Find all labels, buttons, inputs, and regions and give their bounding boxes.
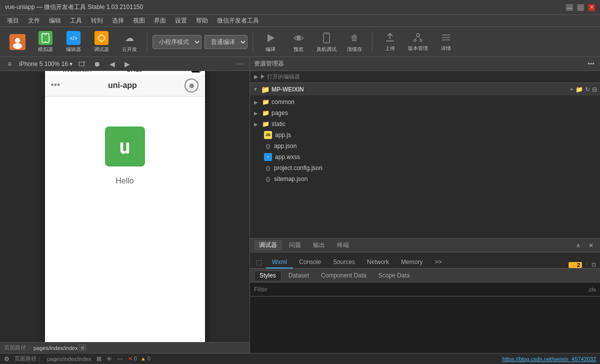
compile-label: 编译 (266, 46, 276, 53)
details-label: 详情 (441, 45, 451, 52)
inspector-button[interactable]: ⬚ (254, 256, 264, 268)
menu-file[interactable]: 文件 (24, 16, 44, 26)
simulator-button[interactable]: 模拟器 (33, 28, 58, 56)
clear-cache-button[interactable]: 🗑 清缓存 (342, 28, 367, 56)
wxss-icon: ~ (264, 153, 272, 161)
file-appjson[interactable]: {} app.json (250, 140, 600, 152)
status-copy-button[interactable]: ⊞ (96, 356, 102, 362)
phone-more-btn[interactable]: ⋯ (234, 58, 246, 70)
debug-tab-debugger[interactable]: 调试器 (254, 240, 282, 250)
folder-common[interactable]: ▶ 📁 common (250, 96, 600, 108)
add-folder-button[interactable]: 📁 (576, 86, 583, 93)
add-file-button[interactable]: + (570, 86, 574, 93)
file-appwxss-label: app.wxss (275, 154, 300, 160)
devtools-extra: ▲ 2 ⋮ ⊡ (568, 262, 596, 268)
debugger-button[interactable]: 调试器 (89, 28, 114, 56)
record-button[interactable]: ⏺ (92, 58, 102, 70)
collapse-files-button[interactable]: ⊟ (592, 86, 597, 93)
file-sitemap[interactable]: {} sitemap.json (250, 174, 600, 184)
compile-button[interactable]: 编译 (258, 28, 283, 56)
inspector-area: Styles Dataset Component Data Scope Data… (250, 268, 600, 353)
menu-edit[interactable]: 编辑 (45, 16, 65, 26)
file-panel: 资源管理器 ••• ▶ ▶ 打开的编辑器 ▼ 📁 MP-WEIXIN + 📁 ↻… (250, 57, 600, 238)
close-button[interactable]: ✕ (588, 4, 595, 11)
file-projectconfig-label: project.config.json (274, 164, 322, 172)
close-debug-button[interactable]: ✕ (586, 240, 596, 250)
cls-button[interactable]: .cls (588, 286, 596, 292)
menu-goto[interactable]: 转到 (87, 16, 107, 26)
menu-interface[interactable]: 界面 (150, 16, 170, 26)
toolbar-separator-2 (252, 32, 253, 52)
cloud-button[interactable]: ☁ 云开发 (117, 28, 142, 56)
maximize-button[interactable]: □ (577, 4, 584, 11)
inspector-subtabs: Styles Dataset Component Data Scope Data (250, 268, 600, 282)
subtab-scope-data[interactable]: Scope Data (374, 271, 415, 280)
debug-tab-terminal[interactable]: 终端 (332, 240, 354, 250)
mode-select[interactable]: 小程序模式 (152, 35, 202, 49)
devtool-memory[interactable]: Memory (395, 256, 428, 268)
editor-label: 编辑器 (66, 46, 81, 53)
real-machine-button[interactable]: 真机调试 (314, 28, 339, 56)
folder-pages[interactable]: ▶ 📁 pages (250, 108, 600, 118)
menu-select[interactable]: 选择 (108, 16, 128, 26)
status-path-value: pages/index/index (47, 356, 92, 362)
subtab-component-data[interactable]: Component Data (316, 271, 372, 280)
file-sitemap-label: sitemap.json (274, 176, 308, 182)
menu-project[interactable]: 项目 (3, 16, 23, 26)
file-projectconfig[interactable]: {} project.config.json (250, 162, 600, 174)
devtool-more[interactable]: >> (428, 256, 448, 268)
subtab-styles[interactable]: Styles (254, 270, 282, 280)
copy-path-button[interactable]: ⊞ (79, 344, 86, 351)
file-appwxss[interactable]: ~ app.wxss (250, 152, 600, 162)
filter-input[interactable] (254, 286, 588, 293)
avatar-button[interactable] (5, 28, 30, 56)
menu-help[interactable]: 帮助 (192, 16, 212, 26)
menu-view[interactable]: 视图 (129, 16, 149, 26)
devtool-console[interactable]: Console (293, 256, 327, 268)
menu-wechat-devtools[interactable]: 微信开发者工具 (213, 16, 263, 26)
debug-panel: 调试器 问题 输出 终端 ∧ ✕ ⬚ Wxml Console Sources … (250, 238, 600, 353)
status-url[interactable]: https://blog.csdn.net/weixin_45742032 (502, 356, 596, 362)
devtool-sources[interactable]: Sources (327, 256, 361, 268)
sound-button[interactable]: ◀ (106, 58, 118, 70)
devtools-options-button[interactable]: ⋮ (584, 262, 590, 268)
status-settings-button[interactable]: ⚙ (4, 356, 10, 362)
upload-button[interactable]: 上传 (378, 28, 402, 56)
page-path-value: pages/index/index ⊞ (34, 344, 86, 351)
menu-settings[interactable]: 设置 (171, 16, 191, 26)
editor-button[interactable]: </> 编辑器 (61, 28, 86, 56)
debug-tab-issues[interactable]: 问题 (284, 240, 306, 250)
minimize-button[interactable]: — (566, 4, 573, 11)
version-button[interactable]: 版本管理 (406, 28, 430, 56)
folder-common-arrow: ▶ (254, 100, 260, 105)
menu-tools[interactable]: 工具 (66, 16, 86, 26)
status-eye-button[interactable]: 👁 (106, 356, 112, 362)
subtab-dataset[interactable]: Dataset (284, 271, 314, 280)
folder-static[interactable]: ▶ 📁 static (250, 118, 600, 130)
file-appjs[interactable]: JS app.js (250, 130, 600, 140)
collapse-debug-button[interactable]: ∧ (573, 240, 583, 250)
more-options-button[interactable]: ••• (586, 59, 596, 69)
cloud-icon: ☁ (122, 31, 136, 45)
screenshot-button[interactable]: ▶ (122, 58, 132, 70)
refresh-files-button[interactable]: ↻ (585, 86, 590, 93)
simulator-label: 模拟器 (38, 46, 53, 53)
menu-bar: 项目 文件 编辑 工具 转到 选择 视图 界面 设置 帮助 微信开发者工具 (0, 15, 600, 27)
folder-pages-arrow: ▶ (254, 110, 260, 116)
svg-point-19 (420, 40, 422, 42)
phone-panel: ≡ iPhone 5 100% 16 ▾ ⏺ ◀ ▶ ⋯ ●●●●● WeCha… (0, 57, 250, 353)
details-button[interactable]: 详情 (434, 28, 458, 56)
device-label[interactable]: iPhone 5 100% 16 ▾ (19, 60, 72, 68)
project-section-header[interactable]: ▼ 📁 MP-WEIXIN + 📁 ↻ ⊟ (250, 82, 600, 96)
open-editors-section[interactable]: ▶ ▶ 打开的编辑器 (250, 71, 600, 82)
compile-select[interactable]: 普通编译 (204, 35, 248, 49)
list-icon-btn[interactable]: ≡ (4, 58, 15, 70)
devtool-wxml[interactable]: Wxml (266, 256, 293, 268)
preview-button[interactable]: 预览 (286, 28, 311, 56)
devtool-network[interactable]: Network (361, 256, 395, 268)
status-more-button[interactable]: ⋯ (117, 356, 123, 362)
folder-pages-label: pages (272, 110, 288, 116)
rotate-button[interactable] (76, 58, 88, 70)
devtools-undock-button[interactable]: ⊡ (592, 262, 596, 268)
debug-tab-output[interactable]: 输出 (308, 240, 330, 250)
